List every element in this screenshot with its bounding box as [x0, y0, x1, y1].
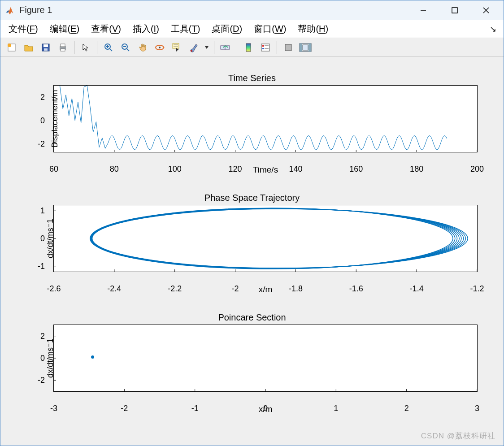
- svg-point-20: [159, 47, 161, 48]
- plot3-ylabel: dx/dt/ms⁻1: [45, 338, 55, 378]
- svg-rect-33: [285, 44, 291, 51]
- svg-line-13: [109, 48, 112, 51]
- menu-tools[interactable]: 工具(T): [166, 22, 205, 36]
- window-title: Figure 1: [19, 5, 52, 15]
- menu-desktop[interactable]: 桌面(D): [207, 22, 247, 36]
- svg-rect-7: [43, 44, 48, 47]
- plot3-axes[interactable]: dx/dt/ms⁻1 -202 -3-2-10123: [53, 325, 478, 392]
- open-icon[interactable]: [21, 40, 36, 55]
- svg-rect-1: [452, 8, 457, 13]
- svg-rect-37: [303, 45, 308, 50]
- menu-insert[interactable]: 插入(I): [128, 22, 164, 36]
- legend-icon[interactable]: [258, 40, 273, 55]
- show-plot-tools-icon[interactable]: [298, 40, 313, 55]
- svg-rect-10: [61, 44, 65, 47]
- svg-line-17: [126, 48, 129, 51]
- toolbar: [0, 38, 504, 57]
- menu-help[interactable]: 帮助(H): [293, 22, 333, 36]
- svg-rect-11: [61, 49, 65, 51]
- pan-icon[interactable]: [135, 40, 150, 55]
- zoom-out-icon[interactable]: [118, 40, 133, 55]
- plot2-title: Phase Space Trajectory: [14, 193, 490, 203]
- plot1-axes[interactable]: Displacement/m -202 60801001201401601802…: [53, 85, 478, 152]
- title-bar: Figure 1: [0, 0, 504, 20]
- dock-arrow-icon[interactable]: ↘: [486, 23, 500, 35]
- plot1-title: Time Series: [14, 73, 490, 83]
- subplot-poincare: Poincare Section dx/dt/ms⁻1 -202 -3-2-10…: [14, 312, 490, 414]
- plot3-title: Poincare Section: [14, 312, 490, 323]
- subplot-time-series: Time Series Displacement/m -202 60801001…: [14, 73, 490, 175]
- print-icon[interactable]: [55, 40, 70, 55]
- svg-rect-31: [262, 48, 264, 49]
- svg-rect-24: [191, 50, 192, 52]
- maximize-button[interactable]: [439, 0, 470, 20]
- data-cursor-icon[interactable]: [169, 40, 184, 55]
- new-figure-icon[interactable]: [4, 40, 19, 55]
- menu-view[interactable]: 查看(V): [87, 22, 126, 36]
- figure-area: Time Series Displacement/m -202 60801001…: [0, 57, 504, 446]
- minimize-button[interactable]: [408, 0, 439, 20]
- rotate-3d-icon[interactable]: [152, 40, 167, 55]
- zoom-in-icon[interactable]: [101, 40, 116, 55]
- svg-rect-35: [300, 43, 302, 52]
- menu-bar: 文件(F) 编辑(E) 查看(V) 插入(I) 工具(T) 桌面(D) 窗口(W…: [0, 20, 504, 38]
- subplot-phase-space: Phase Space Trajectory dx/dt/ms⁻1 -101 -…: [14, 193, 490, 294]
- hide-tools-icon[interactable]: [281, 40, 296, 55]
- svg-point-5: [8, 43, 11, 47]
- pointer-icon[interactable]: [78, 40, 93, 55]
- plot1-ylabel: Displacement/m: [50, 90, 60, 147]
- menu-edit[interactable]: 编辑(E): [45, 22, 84, 36]
- window-controls: [408, 0, 502, 20]
- figure-window: Figure 1 文件(F) 编辑(E) 查看(V) 插入(I) 工具(T) 桌…: [0, 0, 504, 446]
- svg-rect-29: [262, 45, 264, 47]
- svg-rect-36: [308, 43, 311, 52]
- svg-rect-28: [261, 44, 269, 51]
- plot2-ylabel: dx/dt/ms⁻1: [45, 219, 55, 258]
- brush-icon[interactable]: [186, 40, 201, 55]
- svg-rect-27: [246, 43, 251, 52]
- colorbar-icon[interactable]: [241, 40, 256, 55]
- poincare-point: [91, 355, 94, 359]
- link-plots-icon[interactable]: [218, 40, 233, 55]
- time-series-line: [60, 86, 447, 150]
- brush-dropdown-icon[interactable]: [203, 40, 210, 55]
- matlab-icon: [5, 5, 15, 15]
- plot2-axes[interactable]: dx/dt/ms⁻1 -101 -2.6-2.4-2.2-2-1.8-1.6-1…: [53, 205, 478, 272]
- svg-rect-8: [44, 48, 48, 51]
- menu-window[interactable]: 窗口(W): [249, 22, 291, 36]
- menu-file[interactable]: 文件(F): [4, 22, 43, 36]
- close-button[interactable]: [470, 0, 502, 20]
- watermark-text: CSDN @荔枝科研社: [421, 431, 495, 441]
- save-icon[interactable]: [38, 40, 53, 55]
